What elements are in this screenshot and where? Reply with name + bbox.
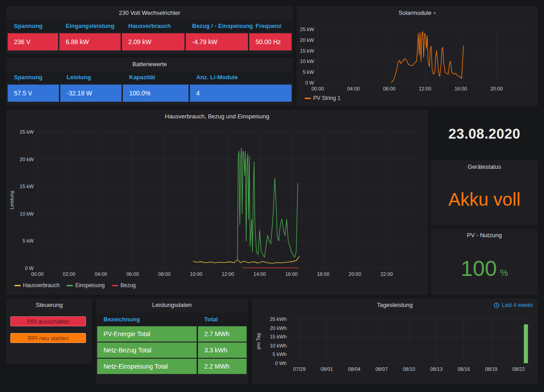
panel-wechselrichter: 230 Volt Wechselrichter Spannung Eingang… bbox=[6, 6, 293, 54]
value-hausverbrauch: 2.09 kW bbox=[122, 33, 184, 50]
column-header-total[interactable]: Total bbox=[198, 316, 247, 323]
svg-text:08:00: 08:00 bbox=[158, 271, 171, 277]
svg-text:5 kWh: 5 kWh bbox=[273, 351, 287, 357]
column-header-bezeichnung[interactable]: Bezeichnung bbox=[97, 316, 197, 323]
column-header-bezug-einspeisung[interactable]: Bezug / - Einspeisung bbox=[186, 23, 248, 29]
svg-text:02:00: 02:00 bbox=[63, 271, 76, 277]
value-bat-kapazitaet: 100.0% bbox=[123, 85, 189, 102]
rpi-restart-button[interactable]: RPI neu starten bbox=[10, 333, 86, 343]
panel-title-batteriewerte: Batteriewerte bbox=[6, 58, 293, 71]
legend-item[interactable]: Einspeisung bbox=[67, 282, 104, 288]
value-frequenz: 50.00 Hz bbox=[249, 33, 292, 50]
column-header-frequenz[interactable]: Frequenz bbox=[249, 23, 292, 29]
panel-title-steuerung: Steuerung bbox=[6, 298, 92, 312]
column-header-bat-kapazitaet[interactable]: Kapazität bbox=[123, 74, 189, 81]
hausverbrauch-chart[interactable]: 0 W5 kW10 kW15 kW20 kW25 kW00:0002:0004:… bbox=[6, 123, 428, 282]
geraetestatus-body: Akku voll bbox=[431, 174, 538, 225]
svg-text:5 kW: 5 kW bbox=[303, 69, 315, 75]
panel-batteriewerte: Batteriewerte Spannung Leistung Kapazitä… bbox=[6, 58, 293, 105]
legend-label: Einspeisung bbox=[75, 282, 104, 288]
pv-usage-value: 100 % bbox=[461, 256, 508, 281]
solarmodule-chart[interactable]: 0 W5 kW10 kW15 kW20 kW25 kW00:0004:0008:… bbox=[297, 20, 538, 95]
svg-text:08/16: 08/16 bbox=[458, 366, 470, 372]
value-eingangsleistung: 6.88 kW bbox=[59, 33, 121, 50]
table-row: Netz-Bezug Total 3.3 kWh bbox=[96, 342, 248, 358]
wechselrichter-value-row: 236 V 6.88 kW 2.09 kW -4.79 kW 50.00 Hz bbox=[6, 33, 293, 50]
svg-text:20:00: 20:00 bbox=[349, 271, 361, 277]
svg-text:06:00: 06:00 bbox=[126, 271, 139, 277]
column-header-eingangsleistung[interactable]: Eingangsleistung bbox=[59, 23, 121, 29]
status-value: Akku voll bbox=[448, 189, 520, 210]
pv-nutzung-body: 100 % bbox=[431, 242, 538, 295]
value-bat-module: 4 bbox=[190, 85, 292, 102]
panel-title-wechselrichter: 230 Volt Wechselrichter bbox=[6, 6, 293, 20]
column-header-hausverbrauch[interactable]: Hausverbrauch bbox=[122, 23, 184, 29]
svg-text:04:00: 04:00 bbox=[347, 86, 360, 91]
svg-text:08/13: 08/13 bbox=[430, 366, 443, 372]
column-header-bat-leistung[interactable]: Leistung bbox=[60, 74, 121, 81]
value-spannung: 236 V bbox=[8, 33, 58, 50]
svg-text:10:00: 10:00 bbox=[190, 271, 202, 277]
svg-text:08/10: 08/10 bbox=[403, 366, 415, 372]
column-header-bat-module[interactable]: Anz. Li-Module bbox=[190, 74, 292, 81]
legend-item[interactable]: Bezug bbox=[112, 282, 136, 288]
svg-text:08/19: 08/19 bbox=[485, 366, 498, 372]
svg-text:10 kW: 10 kW bbox=[300, 59, 315, 64]
value-bat-spannung: 57.5 V bbox=[8, 85, 59, 102]
panel-title-solarmodule[interactable]: Solarmodule▾ bbox=[297, 6, 538, 20]
legend-item[interactable]: Hausverbrauch bbox=[14, 282, 59, 288]
svg-text:25 kW: 25 kW bbox=[300, 27, 315, 32]
panel-title-text: Solarmodule bbox=[399, 9, 432, 16]
batteriewerte-header-row: Spannung Leistung Kapazität Anz. Li-Modu… bbox=[6, 71, 293, 83]
clock-icon bbox=[494, 302, 499, 308]
current-date: 23.08.2020 bbox=[431, 113, 538, 155]
column-header-bat-spannung[interactable]: Spannung bbox=[8, 74, 59, 81]
svg-text:04:00: 04:00 bbox=[94, 271, 107, 277]
pv-usage-number: 100 bbox=[461, 256, 497, 281]
legend-item[interactable]: PV String 1 bbox=[305, 95, 341, 101]
panel-title-leistungsdaten: Leistungsdaten bbox=[96, 298, 248, 312]
table-row: PV-Energie Total 2.7 MWh bbox=[96, 326, 248, 342]
table-row: Netz-Einspeisung Total 2.2 MWh bbox=[96, 359, 248, 374]
row-label-netz-einspeisung: Netz-Einspeisung Total bbox=[97, 359, 197, 374]
legend-swatch-icon bbox=[14, 285, 21, 286]
svg-text:10 kW: 10 kW bbox=[20, 211, 34, 216]
svg-text:15 kW: 15 kW bbox=[20, 184, 34, 189]
value-bat-leistung: -32.18 W bbox=[60, 85, 121, 102]
svg-text:25 kWh: 25 kWh bbox=[270, 316, 287, 322]
row-total-pv-energie: 2.7 MWh bbox=[198, 326, 247, 342]
svg-text:07/29: 07/29 bbox=[293, 366, 306, 372]
panel-date: 23.08.2020 bbox=[431, 113, 538, 155]
legend-label: PV String 1 bbox=[313, 95, 341, 101]
svg-text:12:00: 12:00 bbox=[222, 271, 234, 277]
svg-text:15 kW: 15 kW bbox=[300, 48, 315, 54]
time-range-badge[interactable]: Last 4 weeks bbox=[494, 302, 533, 308]
svg-text:00:00: 00:00 bbox=[311, 86, 324, 91]
svg-text:5 kW: 5 kW bbox=[22, 238, 34, 243]
tagesleistung-chart[interactable]: 0 Wh5 kWh10 kWh15 kWh20 kWh25 kWh07/2908… bbox=[252, 312, 538, 375]
svg-text:08/22: 08/22 bbox=[513, 366, 525, 372]
panel-hausverbrauch-chart: Hausverbrauch, Bezug und Einspeisung 0 W… bbox=[6, 110, 428, 295]
time-range-label: Last 4 weeks bbox=[502, 302, 533, 308]
panel-title-hausverbrauch: Hausverbrauch, Bezug und Einspeisung bbox=[6, 110, 428, 123]
row-total-netz-bezug: 3.3 kWh bbox=[198, 342, 247, 358]
svg-text:0 W: 0 W bbox=[25, 266, 34, 271]
row-total-netz-einspeisung: 2.2 MWh bbox=[198, 359, 247, 374]
rpi-shutdown-button[interactable]: RPI ausschalten bbox=[10, 316, 86, 326]
chevron-down-icon: ▾ bbox=[434, 11, 436, 15]
panel-tagesleistung: Tagesleistung Last 4 weeks 0 Wh5 kWh10 k… bbox=[252, 298, 538, 384]
legend-label: Hausverbrauch bbox=[23, 282, 59, 288]
svg-text:20 kWh: 20 kWh bbox=[270, 325, 287, 331]
panel-solarmodule: Solarmodule▾ 0 W5 kW10 kW15 kW20 kW25 kW… bbox=[297, 6, 538, 106]
row-label-pv-energie: PV-Energie Total bbox=[97, 326, 197, 342]
panel-leistungsdaten: Leistungsdaten Bezeichnung Total PV-Ener… bbox=[96, 298, 248, 384]
panel-steuerung: Steuerung RPI ausschalten RPI neu starte… bbox=[6, 298, 92, 364]
pv-usage-unit: % bbox=[500, 268, 508, 278]
column-header-spannung[interactable]: Spannung bbox=[8, 23, 58, 29]
svg-text:08/04: 08/04 bbox=[348, 366, 360, 372]
svg-text:10 kWh: 10 kWh bbox=[270, 343, 287, 348]
svg-text:00:00: 00:00 bbox=[31, 271, 44, 277]
svg-text:pro Tag: pro Tag bbox=[256, 333, 261, 350]
grafana-dashboard: 230 Volt Wechselrichter Spannung Eingang… bbox=[0, 0, 544, 392]
leistungsdaten-header-row: Bezeichnung Total bbox=[96, 313, 248, 325]
